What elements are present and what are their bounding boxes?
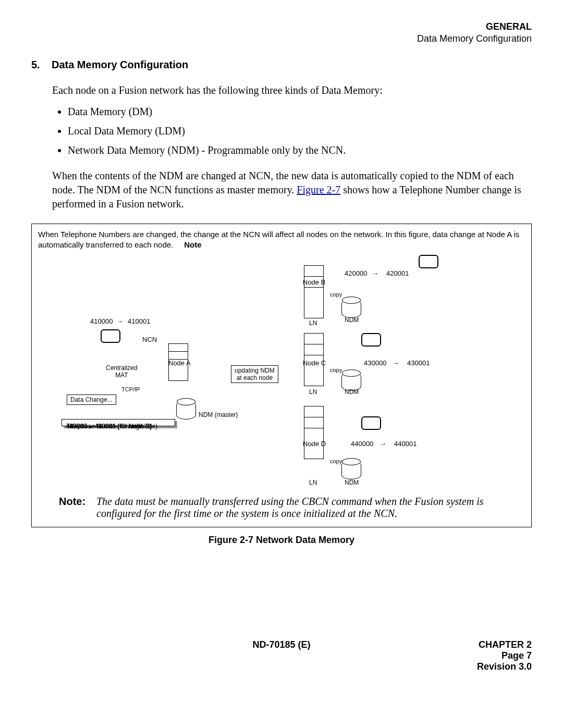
copy-label: copy bbox=[330, 458, 342, 464]
ncn-label: NCN bbox=[142, 336, 157, 343]
label-a-from: 410000 bbox=[90, 317, 113, 325]
ln-label: LN bbox=[309, 479, 317, 486]
figure-note: Note: The data must be manually transfer… bbox=[59, 496, 525, 520]
figure-2-7: When Telephone Numbers are changed, the … bbox=[31, 224, 532, 527]
node-a-label: Node A bbox=[168, 359, 191, 367]
section-title-text: Data Memory Configuration bbox=[52, 59, 188, 70]
node-d-label: Node D bbox=[303, 440, 326, 448]
list-item: Local Data Memory (LDM) bbox=[68, 125, 532, 137]
label-d-from: 440000 bbox=[351, 440, 373, 448]
chg-to: 440001 bbox=[95, 423, 116, 430]
phone-icon bbox=[361, 416, 381, 430]
changes-row: 440000440001 (for Node D) bbox=[66, 423, 152, 430]
cylinder-icon bbox=[176, 401, 196, 419]
updating-callout: updating NDM at each node bbox=[231, 365, 278, 383]
footer-doc-id: ND-70185 (E) bbox=[198, 639, 365, 650]
label-c-from: 430000 bbox=[364, 359, 386, 367]
rack-icon bbox=[304, 265, 324, 318]
copy-label: copy bbox=[330, 367, 342, 373]
arrow-icon: → bbox=[116, 317, 123, 325]
node-b-label: Node B bbox=[303, 278, 325, 286]
ndm-label: NDM bbox=[345, 316, 359, 324]
cylinder-icon bbox=[341, 461, 361, 479]
arrow-icon: → bbox=[380, 440, 386, 448]
phone-icon bbox=[419, 255, 438, 268]
phone-icon bbox=[361, 333, 381, 347]
ndm-master-label: NDM (master) bbox=[199, 411, 238, 418]
list-item: Data Memory (DM) bbox=[68, 106, 532, 118]
rack-icon bbox=[304, 406, 324, 459]
note-label: Note: bbox=[59, 496, 90, 508]
header-subtitle: Data Memory Configuration bbox=[31, 33, 532, 45]
tcpip-label: TCP/IP bbox=[121, 386, 140, 392]
footer-revision: Revision 3.0 bbox=[365, 661, 532, 672]
cylinder-icon bbox=[341, 299, 361, 318]
label-b-to: 420001 bbox=[386, 269, 409, 277]
changes-box: Telephone Number Change 410000410001 (fo… bbox=[62, 419, 175, 426]
intro-paragraph: Each node on a Fusion network has the fo… bbox=[52, 83, 532, 97]
label-b-from: 420000 bbox=[345, 269, 367, 277]
arrow-icon: → bbox=[393, 359, 399, 367]
memory-type-list: Data Memory (DM) Local Data Memory (LDM)… bbox=[52, 106, 532, 156]
centralized-mat-label: Centralized MAT bbox=[106, 364, 138, 379]
label-c-to: 430001 bbox=[407, 359, 430, 367]
ndm-label: NDM bbox=[345, 388, 359, 396]
ln-label: LN bbox=[309, 388, 317, 396]
data-change-callout: Data Change... bbox=[67, 394, 116, 405]
ln-label: LN bbox=[309, 319, 317, 327]
ndm-label: NDM bbox=[345, 479, 359, 486]
label-d-to: 440001 bbox=[394, 440, 417, 448]
paragraph-2: When the contents of the NDM are changed… bbox=[52, 169, 532, 211]
arrow-icon bbox=[87, 423, 95, 430]
footer-page: Page 7 bbox=[365, 650, 532, 661]
figure-link[interactable]: Figure 2-7 bbox=[297, 184, 340, 195]
figure-intro-text: When Telephone Numbers are changed, the … bbox=[38, 230, 519, 249]
arrow-icon: → bbox=[372, 269, 378, 277]
section-number: 5. bbox=[31, 59, 40, 70]
chg-from: 440000 bbox=[66, 423, 87, 430]
figure-caption: Figure 2-7 Network Data Memory bbox=[31, 535, 532, 546]
page-footer: ND-70185 (E) CHAPTER 2 Page 7 Revision 3… bbox=[31, 639, 532, 672]
footer-chapter: CHAPTER 2 bbox=[365, 639, 532, 650]
list-item: Network Data Memory (NDM) - Programmable… bbox=[68, 144, 532, 156]
copy-label: copy bbox=[330, 291, 342, 298]
section-title: 5. Data Memory Configuration bbox=[31, 59, 532, 71]
chg-for: (for Node D) bbox=[117, 423, 152, 430]
diagram: 410000 → 410001 NCN Node A Centralized M… bbox=[38, 250, 525, 489]
header-general: GENERAL bbox=[31, 21, 532, 33]
page-header: GENERAL Data Memory Configuration bbox=[31, 21, 532, 44]
figure-intro: When Telephone Numbers are changed, the … bbox=[38, 229, 525, 250]
node-c-label: Node C bbox=[303, 359, 326, 367]
figure-intro-note: Note bbox=[184, 240, 201, 249]
pdf-page: GENERAL Data Memory Configuration 5. Dat… bbox=[0, 0, 563, 693]
note-text: The data must be manually transferred us… bbox=[96, 496, 525, 520]
label-a-to: 410001 bbox=[128, 317, 150, 325]
phone-icon bbox=[101, 329, 120, 343]
